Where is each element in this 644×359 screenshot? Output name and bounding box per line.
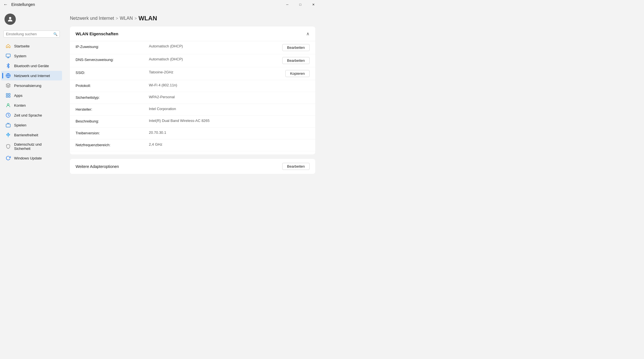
footer-card: Weitere Adapteroptionen Bearbeiten: [70, 159, 315, 174]
sidebar-item-zeit[interactable]: Zeit und Sprache: [1, 110, 62, 120]
nav-icon-bluetooth: [6, 63, 11, 68]
nav-label-netzwerk: Netzwerk und Internet: [14, 74, 50, 78]
btn-dns-zuweisung[interactable]: Bearbeiten: [282, 57, 310, 64]
label-hersteller: Hersteller:: [76, 107, 149, 111]
nav-icon-personalize: [6, 83, 11, 88]
info-row-ssid: SSID: Tatooine-2GHz Kopieren: [70, 67, 315, 80]
label-dns-zuweisung: DNS-Serverzuweisung:: [76, 57, 149, 62]
label-netzfrequenz: Netzfrequenzbereich:: [76, 142, 149, 147]
nav-label-personalisierung: Personalisierung: [14, 84, 41, 88]
window-title: Einstellungen: [11, 2, 35, 7]
svg-rect-1: [6, 54, 10, 57]
info-row-hersteller: Hersteller: Intel Corporation: [70, 104, 315, 116]
nav-label-zeit: Zeit und Sprache: [14, 113, 42, 117]
sidebar-item-personalisierung[interactable]: Personalisierung: [1, 81, 62, 90]
minimize-button[interactable]: ─: [281, 0, 294, 9]
avatar: [5, 14, 16, 25]
label-beschreibung: Beschreibung:: [76, 119, 149, 123]
rows-container: IP-Zuweisung: Automatisch (DHCP) Bearbei…: [70, 41, 315, 154]
info-row-ip-zuweisung: IP-Zuweisung: Automatisch (DHCP) Bearbei…: [70, 41, 315, 54]
nav-icon-privacy: [6, 144, 11, 149]
nav-label-bluetooth: Bluetooth und Geräte: [14, 64, 49, 68]
value-dns-zuweisung: Automatisch (DHCP): [149, 57, 279, 61]
nav-icon-gaming: [6, 122, 11, 128]
info-row-dns-zuweisung: DNS-Serverzuweisung: Automatisch (DHCP) …: [70, 54, 315, 67]
value-netzwerkkanal: 6: [149, 154, 310, 154]
breadcrumb-current: WLAN: [138, 15, 157, 22]
svg-rect-7: [6, 96, 8, 97]
label-ssid: SSID:: [76, 70, 149, 75]
window-controls: ─ □ ✕: [281, 0, 320, 9]
value-treiberversion: 20.70.30.1: [149, 130, 310, 135]
value-netzfrequenz: 2,4 GHz: [149, 142, 310, 146]
maximize-button[interactable]: □: [294, 0, 307, 9]
nav-label-system: System: [14, 54, 26, 58]
sidebar-item-apps[interactable]: Apps: [1, 91, 62, 100]
card-title: WLAN Eigenschaften: [76, 31, 118, 36]
breadcrumb-sep2: >: [134, 16, 137, 21]
value-protokoll: Wi-Fi 4 (802.11n): [149, 83, 310, 87]
search-box[interactable]: 🔍: [3, 30, 60, 38]
svg-point-0: [9, 17, 11, 19]
info-row-netzwerkkanal: Netzwerkkanal: 6: [70, 151, 315, 154]
sidebar-item-netzwerk[interactable]: Netzwerk und Internet: [1, 71, 62, 80]
nav-label-spielen: Spielen: [14, 123, 26, 127]
nav-icon-accounts: [6, 103, 11, 108]
value-beschreibung: Intel(R) Dual Band Wireless-AC 8265: [149, 119, 310, 123]
breadcrumb-part1[interactable]: Netzwerk und Internet: [70, 16, 114, 21]
card-header: WLAN Eigenschaften ∧: [70, 27, 315, 41]
breadcrumb-sep1: >: [116, 16, 118, 21]
sidebar-item-konten[interactable]: Konten: [1, 100, 62, 110]
close-button[interactable]: ✕: [307, 0, 320, 9]
label-protokoll: Protokoll:: [76, 83, 149, 88]
breadcrumb-part2[interactable]: WLAN: [120, 16, 133, 21]
search-icon: 🔍: [53, 32, 58, 36]
nav-label-barrierefreiheit: Barrierefreiheit: [14, 133, 38, 137]
label-netzwerkkanal: Netzwerkkanal:: [76, 154, 149, 154]
nav-icon-system: [6, 53, 11, 58]
nav-label-datenschutz: Datenschutz und Sicherheit: [14, 142, 58, 151]
search-input[interactable]: [6, 32, 53, 36]
main-content: Netzwerk und Internet > WLAN > WLAN WLAN…: [63, 9, 322, 180]
properties-card: WLAN Eigenschaften ∧ IP-Zuweisung: Autom…: [70, 27, 315, 154]
value-ip-zuweisung: Automatisch (DHCP): [149, 44, 279, 48]
avatar-section: [0, 11, 63, 29]
info-row-sicherheitstyp: Sicherheitstyp: WPA2-Personal: [70, 92, 315, 104]
action-dns-zuweisung: Bearbeiten: [282, 57, 310, 64]
nav-icon-home: [6, 43, 11, 49]
nav-icon-accessibility: [6, 132, 11, 137]
nav-label-konten: Konten: [14, 103, 26, 108]
action-ip-zuweisung: Bearbeiten: [282, 44, 310, 51]
sidebar-item-spielen[interactable]: Spielen: [1, 120, 62, 130]
collapse-button[interactable]: ∧: [306, 31, 310, 36]
sidebar-item-barrierefreiheit[interactable]: Barrierefreiheit: [1, 130, 62, 140]
sidebar-item-startseite[interactable]: Startseite: [1, 41, 62, 51]
nav-container: Startseite System Bluetooth und Geräte N…: [0, 41, 63, 163]
nav-label-apps: Apps: [14, 93, 23, 98]
breadcrumb: Netzwerk und Internet > WLAN > WLAN: [70, 15, 315, 22]
svg-point-12: [8, 133, 9, 134]
app-body: 🔍 Startseite System Bluetooth und Geräte: [0, 9, 322, 180]
footer-action-button[interactable]: Bearbeiten: [282, 163, 310, 170]
value-ssid: Tatooine-2GHz: [149, 70, 282, 74]
label-ip-zuweisung: IP-Zuweisung:: [76, 44, 149, 49]
titlebar: ← Einstellungen ─ □ ✕: [0, 0, 322, 9]
back-button[interactable]: ←: [2, 2, 9, 7]
nav-icon-network: [6, 73, 11, 78]
sidebar-item-update[interactable]: Windows Update: [1, 153, 62, 163]
nav-label-startseite: Startseite: [14, 44, 30, 48]
nav-icon-time: [6, 113, 11, 118]
sidebar-item-bluetooth[interactable]: Bluetooth und Geräte: [1, 61, 62, 71]
info-row-beschreibung: Beschreibung: Intel(R) Dual Band Wireles…: [70, 116, 315, 128]
svg-rect-6: [9, 93, 10, 95]
nav-icon-apps: [6, 93, 11, 98]
btn-ssid[interactable]: Kopieren: [285, 70, 310, 77]
value-hersteller: Intel Corporation: [149, 107, 310, 111]
nav-label-update: Windows Update: [14, 156, 42, 160]
btn-ip-zuweisung[interactable]: Bearbeiten: [282, 44, 310, 51]
sidebar-item-system[interactable]: System: [1, 51, 62, 61]
nav-icon-update: [6, 156, 11, 161]
sidebar: 🔍 Startseite System Bluetooth und Geräte: [0, 9, 63, 180]
sidebar-item-datenschutz[interactable]: Datenschutz und Sicherheit: [1, 140, 62, 153]
svg-rect-8: [9, 96, 10, 97]
